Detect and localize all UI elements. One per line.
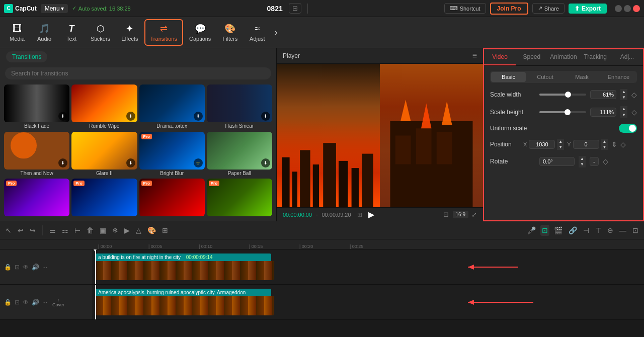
audio-extract-button[interactable]: ⊞ (160, 225, 170, 236)
player-menu-button[interactable]: ≡ (472, 51, 477, 60)
lock-icon[interactable]: 🔒 (4, 264, 12, 271)
tool-media[interactable]: 🎞 Media (4, 21, 30, 45)
scale-height-input[interactable] (590, 108, 616, 117)
zoom-out-button[interactable]: ⊖ (606, 225, 615, 236)
fit-button[interactable]: ⊡ (631, 225, 640, 236)
crop-button[interactable]: ▣ (98, 225, 108, 236)
transition-flash-smear[interactable]: Flash Smear ⬇ (207, 85, 272, 130)
tab-tracking[interactable]: Tracking (580, 49, 611, 65)
scale-width-slider[interactable] (539, 94, 586, 96)
subtab-cutout[interactable]: Cutout (528, 72, 562, 82)
share-button[interactable]: ↗ Share (532, 3, 565, 14)
tool-audio[interactable]: 🎵 Audio (31, 20, 57, 45)
tool-text[interactable]: T Text (58, 21, 85, 45)
transition-then-and-now[interactable]: Then and Now ⬇ (4, 132, 69, 177)
select-tool-button[interactable]: ↖ (4, 225, 13, 236)
rotate-flip-button[interactable]: - (590, 157, 599, 166)
position-keyframe[interactable]: ◇ (620, 140, 626, 148)
close-button[interactable] (633, 5, 640, 12)
transition-pro-2[interactable]: Pro (71, 179, 137, 218)
more-icon[interactable]: ··· (42, 264, 47, 271)
delete-button[interactable]: 🗑 (85, 225, 95, 236)
more-icon[interactable]: ··· (42, 299, 47, 306)
timeline-toggle-button[interactable]: ⊞ (357, 211, 362, 218)
uniform-scale-toggle[interactable] (619, 124, 637, 133)
lock-icon[interactable]: ⊡ (15, 264, 20, 271)
scale-height-keyframe[interactable]: ◇ (631, 108, 637, 116)
tab-adjust[interactable]: Adj... (611, 49, 643, 65)
video-track-button[interactable]: 🎬 (552, 225, 564, 236)
rotate-up[interactable]: ▲ (579, 156, 586, 161)
fullscreen-button[interactable]: ⤢ (471, 211, 477, 218)
scale-width-keyframe[interactable]: ◇ (631, 91, 637, 99)
transition-pro-3[interactable]: Pro (139, 179, 205, 218)
tool-adjust[interactable]: ≈ Adjust (244, 21, 270, 45)
lock-icon[interactable]: 🔒 (4, 299, 12, 306)
transition-drama-vortex[interactable]: Drama...ortex ⬇ (139, 85, 205, 130)
scale-height-down[interactable]: ▼ (620, 112, 627, 118)
subtab-enhance[interactable]: Enhance (601, 72, 636, 82)
tool-effects[interactable]: ✦ Effects (116, 20, 143, 45)
position-y-down[interactable]: ▼ (601, 144, 608, 150)
tool-stickers[interactable]: ⬡ Stickers (86, 20, 115, 45)
minimize-button[interactable] (615, 5, 622, 12)
toolbar-more-button[interactable]: › (271, 24, 280, 41)
scale-height-up[interactable]: ▲ (620, 106, 627, 112)
shortcut-button[interactable]: ⌨ Shortcut (444, 3, 486, 14)
eye-icon[interactable]: 👁 (23, 299, 29, 306)
transition-pro-1[interactable]: Pro (4, 179, 69, 218)
scale-width-input[interactable] (590, 90, 616, 99)
position-x-down[interactable]: ▼ (557, 144, 564, 150)
split-button[interactable]: ⚌ (48, 225, 57, 236)
position-link-icon[interactable]: ⇕ (611, 140, 617, 148)
zoom-in-button[interactable]: — (618, 225, 628, 236)
menu-button[interactable]: Menu ▾ (41, 4, 68, 13)
position-y-input[interactable] (573, 140, 599, 149)
transition-add-button[interactable]: △ (134, 225, 143, 236)
mic-button[interactable]: 🎤 (526, 225, 537, 236)
ripple-cut-button[interactable]: ⚏ (60, 225, 70, 236)
transition-rumble-wipe[interactable]: Rumble Wipe ⬇ (71, 85, 137, 130)
scale-width-down[interactable]: ▼ (620, 95, 627, 100)
color-button[interactable]: 🎨 (146, 225, 157, 236)
scale-height-slider[interactable] (539, 111, 586, 113)
audio-icon[interactable]: 🔊 (32, 299, 39, 306)
subtab-mask[interactable]: Mask (565, 72, 599, 82)
position-y-up[interactable]: ▲ (601, 139, 608, 144)
lock-icon[interactable]: ⊡ (15, 299, 20, 306)
screenshot-button[interactable]: ⊡ (442, 210, 450, 219)
link-button[interactable]: 🔗 (567, 225, 579, 236)
split-audio-button[interactable]: ⊣ (582, 225, 591, 236)
eye-icon[interactable]: 👁 (23, 264, 29, 271)
play-button-tl[interactable]: ▶ (123, 225, 131, 236)
layout-toggle-button[interactable]: ⊞ (289, 3, 301, 14)
tool-transitions[interactable]: ⇌ Transitions (144, 19, 183, 46)
cover-button[interactable]: ↕ Cover (52, 297, 64, 307)
audio-icon[interactable]: 🔊 (32, 264, 39, 271)
undo-button[interactable]: ↩ (16, 225, 25, 236)
rotate-keyframe[interactable]: ◇ (603, 157, 608, 165)
tool-captions[interactable]: 💬 Captions (184, 20, 216, 45)
transitions-tab[interactable]: Transitions (6, 51, 47, 62)
tab-animation[interactable]: Animation (547, 49, 579, 65)
play-button[interactable]: ▶ (368, 210, 374, 219)
rotate-input[interactable] (539, 157, 575, 166)
export-button[interactable]: ⬆ Export (569, 4, 607, 14)
rotate-down[interactable]: ▼ (579, 161, 586, 167)
freeze-button[interactable]: ❄ (111, 225, 120, 236)
position-x-input[interactable] (529, 140, 555, 149)
snap-button[interactable]: ⊡ (540, 225, 549, 236)
scale-width-up[interactable]: ▲ (620, 89, 627, 95)
position-x-up[interactable]: ▲ (557, 139, 564, 144)
search-input[interactable] (5, 67, 271, 79)
tab-video[interactable]: Video (484, 49, 516, 65)
transition-bright-blur[interactable]: Bright Blur Pro ☆ (139, 132, 205, 177)
trim-button[interactable]: ⊢ (73, 225, 82, 236)
transition-black-fade[interactable]: Black Fade ⬇ (4, 85, 69, 130)
subtab-basic[interactable]: Basic (491, 72, 526, 82)
video-clip-2[interactable]: America apocalypsis. burning ruined apoc… (95, 289, 274, 316)
redo-button[interactable]: ↪ (28, 225, 37, 236)
video-clip-1[interactable]: a building is on fire at night in the ci… (95, 254, 274, 281)
tab-speed[interactable]: Speed (516, 49, 547, 65)
join-pro-button[interactable]: Join Pro (490, 3, 528, 15)
